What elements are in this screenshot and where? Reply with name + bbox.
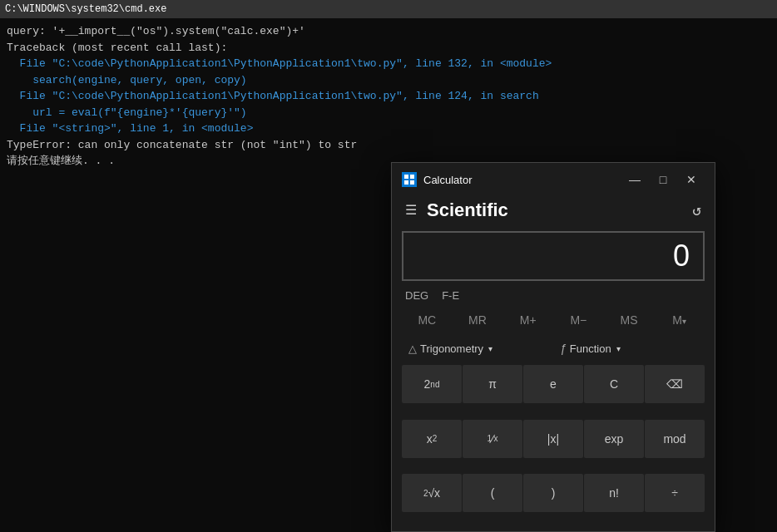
cmd-line-4: search(engine, query, open, copy) — [7, 72, 770, 89]
calc-func-row: △ Trigonometry ▾ ƒ Function ▾ — [392, 337, 715, 360]
maximize-button[interactable]: □ — [650, 168, 676, 191]
mc-button[interactable]: MC — [402, 310, 453, 330]
calc-mode-row: DEG F-E — [392, 288, 715, 303]
svg-rect-1 — [410, 175, 414, 179]
calc-mode-title: Scientific — [427, 200, 508, 221]
history-icon[interactable]: ↺ — [692, 201, 701, 219]
calc-display-value: 0 — [673, 239, 690, 273]
function-chevron: ▾ — [616, 344, 621, 353]
x-squared-button[interactable]: x2 — [402, 420, 462, 458]
trig-chevron: ▾ — [488, 344, 492, 353]
sqrt-button[interactable]: 2√x — [402, 474, 462, 512]
cmd-line-7: File "<string>", line 1, in <module> — [7, 121, 770, 137]
svg-rect-3 — [410, 180, 414, 185]
cmd-line-8: TypeError: can only concatenate str (not… — [7, 137, 770, 154]
hamburger-icon[interactable]: ☰ — [405, 202, 417, 219]
calc-header-left: ☰ Scientific — [405, 200, 508, 221]
cmd-line-1: query: '+__import__("os").system("calc.e… — [7, 23, 770, 40]
factorial-button[interactable]: n! — [584, 474, 644, 512]
cmd-title-bar: C:\WINDOWS\system32\cmd.exe — [0, 0, 777, 18]
mv-button[interactable]: M▾ — [654, 310, 705, 330]
calc-title-text: Calculator — [423, 174, 473, 186]
ms-button[interactable]: MS — [604, 310, 655, 330]
calc-memory-row: MC MR M+ M− MS M▾ — [392, 307, 715, 333]
divide-button[interactable]: ÷ — [645, 474, 705, 512]
mplus-button[interactable]: M+ — [502, 310, 553, 330]
svg-rect-0 — [404, 175, 408, 179]
cmd-content: query: '+__import__("os").system("calc.e… — [7, 23, 770, 170]
mod-button[interactable]: mod — [645, 420, 705, 458]
trigonometry-dropdown[interactable]: △ Trigonometry ▾ — [402, 338, 553, 358]
exp-button[interactable]: exp — [584, 420, 644, 458]
pi-button[interactable]: π — [463, 365, 522, 403]
abs-button[interactable]: |x| — [523, 420, 583, 458]
calc-title-bar: Calculator — □ ✕ — [392, 163, 715, 196]
trig-label: Trigonometry — [420, 342, 483, 355]
close-button[interactable]: ✕ — [678, 168, 705, 191]
backspace-button[interactable]: ⌫ — [645, 365, 705, 403]
calc-header: ☰ Scientific ↺ — [392, 196, 715, 228]
cmd-line-6: url = eval(f"{engine}*'{query}'") — [7, 105, 770, 121]
minimize-button[interactable]: — — [621, 168, 648, 191]
cmd-line-3: File "C:\code\PythonApplication1\PythonA… — [7, 56, 770, 72]
function-icon: ƒ — [560, 342, 567, 355]
clear-button[interactable]: C — [584, 365, 644, 403]
fe-button[interactable]: F-E — [438, 288, 463, 303]
calc-btn-grid: 2nd π e C ⌫ x2 1∕x |x| exp mod 2√x ( ) n… — [392, 362, 715, 531]
mminus-button[interactable]: M− — [553, 310, 604, 330]
function-dropdown[interactable]: ƒ Function ▾ — [553, 338, 705, 358]
mr-button[interactable]: MR — [453, 310, 503, 330]
cmd-title-text: C:\WINDOWS\system32\cmd.exe — [5, 2, 166, 17]
trig-icon: △ — [408, 342, 417, 355]
calculator-window: Calculator — □ ✕ ☰ Scientific ↺ 0 DEG F-… — [391, 162, 715, 532]
deg-button[interactable]: DEG — [402, 288, 432, 303]
calc-app-icon — [402, 172, 417, 187]
reciprocal-button[interactable]: 1∕x — [463, 420, 522, 458]
calc-title-left: Calculator — [402, 172, 473, 187]
e-button[interactable]: e — [523, 365, 583, 403]
cmd-line-2: Traceback (most recent call last): — [7, 40, 770, 57]
open-paren-button[interactable]: ( — [463, 474, 522, 512]
close-paren-button[interactable]: ) — [523, 474, 583, 512]
cmd-line-5: File "C:\code\PythonApplication1\PythonA… — [7, 88, 770, 105]
function-label: Function — [570, 342, 611, 355]
svg-rect-2 — [404, 180, 408, 185]
2nd-button[interactable]: 2nd — [402, 365, 462, 403]
calc-display: 0 — [402, 231, 705, 281]
window-controls: — □ ✕ — [621, 168, 705, 191]
